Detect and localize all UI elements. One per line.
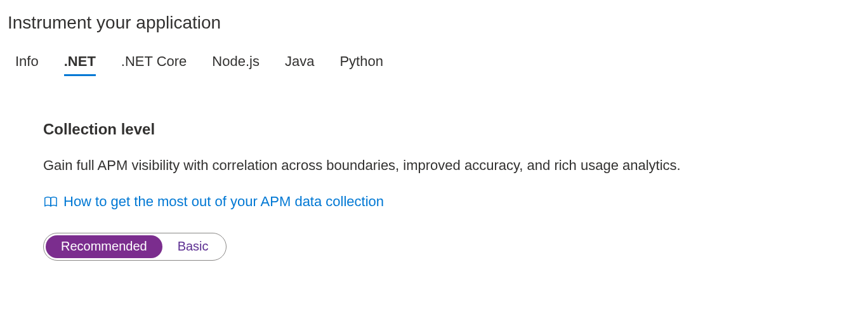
tab-info[interactable]: Info bbox=[15, 53, 39, 76]
section-heading: Collection level bbox=[43, 121, 769, 138]
help-link-row: How to get the most out of your APM data… bbox=[43, 193, 769, 210]
tab-nodejs[interactable]: Node.js bbox=[212, 53, 260, 76]
content-area: Collection level Gain full APM visibilit… bbox=[8, 121, 769, 261]
tab-java[interactable]: Java bbox=[285, 53, 314, 76]
toggle-option-recommended[interactable]: Recommended bbox=[46, 235, 162, 258]
tabs-container: Info .NET .NET Core Node.js Java Python bbox=[8, 53, 860, 76]
section-description: Gain full APM visibility with correlatio… bbox=[43, 156, 769, 176]
help-link[interactable]: How to get the most out of your APM data… bbox=[63, 193, 384, 210]
tab-dotnet[interactable]: .NET bbox=[64, 53, 96, 76]
toggle-option-basic[interactable]: Basic bbox=[162, 235, 224, 258]
collection-level-toggle: Recommended Basic bbox=[43, 233, 227, 261]
tab-python[interactable]: Python bbox=[339, 53, 383, 76]
book-icon bbox=[43, 195, 57, 209]
page-title: Instrument your application bbox=[8, 13, 860, 33]
tab-dotnet-core[interactable]: .NET Core bbox=[121, 53, 187, 76]
